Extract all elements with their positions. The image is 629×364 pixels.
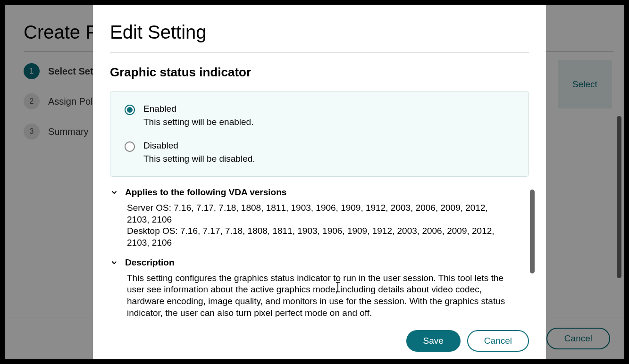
radio-label: Disabled: [143, 141, 255, 151]
modal-title: Edit Setting: [110, 22, 529, 43]
radio-description: This setting will be disabled.: [143, 154, 255, 164]
radio-dot-icon: [127, 107, 133, 113]
chevron-down-icon: [110, 188, 118, 197]
edit-setting-modal: Edit Setting Graphic status indicator En…: [93, 5, 546, 359]
radio-button[interactable]: [125, 105, 135, 115]
radio-option-disabled[interactable]: Disabled This setting will be disabled.: [125, 141, 514, 164]
radio-button[interactable]: [125, 141, 135, 152]
description-paragraph: This setting configures the graphics sta…: [127, 273, 510, 317]
save-button[interactable]: Save: [406, 330, 461, 352]
modal-footer: Save Cancel: [93, 317, 546, 359]
applies-server-os: Server OS: 7.16, 7.17, 7.18, 1808, 1811,…: [127, 202, 510, 225]
applies-section: Applies to the following VDA versions Se…: [110, 187, 529, 249]
setting-name: Graphic status indicator: [110, 65, 529, 80]
applies-header[interactable]: Applies to the following VDA versions: [110, 187, 510, 198]
section-title: Applies to the following VDA versions: [125, 187, 286, 198]
radio-label: Enabled: [143, 104, 253, 114]
description-section: Description This setting configures the …: [110, 257, 529, 317]
radio-option-enabled[interactable]: Enabled This setting will be enabled.: [125, 104, 514, 127]
divider: [110, 52, 529, 53]
cancel-button[interactable]: Cancel: [467, 330, 529, 352]
section-title: Description: [125, 257, 175, 268]
radio-group: Enabled This setting will be enabled. Di…: [110, 91, 529, 177]
description-header[interactable]: Description: [110, 257, 510, 268]
radio-description: This setting will be enabled.: [143, 117, 253, 127]
chevron-down-icon: [110, 258, 118, 267]
applies-desktop-os: Desktop OS: 7.16, 7.17, 7.18, 1808, 1811…: [127, 225, 510, 248]
scrollbar[interactable]: [530, 190, 535, 273]
